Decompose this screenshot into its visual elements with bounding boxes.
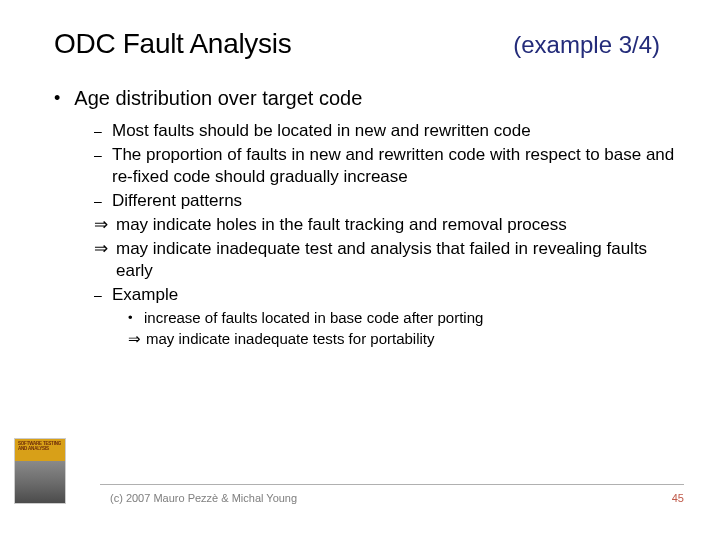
dash-icon: – [94,190,112,212]
sub-list-level-3: • increase of faults located in base cod… [128,308,680,349]
book-cover-thumbnail: SOFTWARE TESTING AND ANALYSIS [14,438,66,504]
bullet-text: may indicate holes in the fault tracking… [116,214,567,236]
implication-item: ⇒ may indicate holes in the fault tracki… [94,214,680,236]
bullet-level-2: – Most faults should be located in new a… [94,120,680,142]
bullet-text: may indicate inadequate test and analysi… [116,238,680,282]
bullet-text: Age distribution over target code [74,86,362,110]
slide: ODC Fault Analysis (example 3/4) • Age d… [0,0,720,540]
implication-item: ⇒ may indicate inadequate tests for port… [128,329,680,349]
dash-icon: – [94,120,112,142]
bullet-text: may indicate inadequate tests for portab… [146,329,435,349]
copyright-text: (c) 2007 Mauro Pezzè & Michal Young [110,492,297,504]
footer: SOFTWARE TESTING AND ANALYSIS (c) 2007 M… [0,458,720,518]
bullet-level-2: – Different patterns [94,190,680,212]
book-cover-label: SOFTWARE TESTING AND ANALYSIS [18,441,65,451]
bullet-text: The proportion of faults in new and rewr… [112,144,680,188]
implies-icon: ⇒ [128,329,146,349]
bullet-text: Most faults should be located in new and… [112,120,531,142]
dash-icon: – [94,144,112,166]
implication-item: ⇒ may indicate inadequate test and analy… [94,238,680,282]
dash-icon: – [94,284,112,306]
bullet-level-2: – Example [94,284,680,306]
slide-subtitle: (example 3/4) [513,31,660,59]
implies-icon: ⇒ [94,214,116,236]
slide-title: ODC Fault Analysis [54,28,291,60]
bullet-level-2: – The proportion of faults in new and re… [94,144,680,188]
footer-divider [100,484,684,485]
page-number: 45 [672,492,684,504]
title-row: ODC Fault Analysis (example 3/4) [54,28,680,60]
bullet-dot-icon: • [54,86,60,110]
sub-list: – Most faults should be located in new a… [94,120,680,349]
bullet-level-3: • increase of faults located in base cod… [128,308,680,328]
bullet-dot-icon: • [128,308,144,328]
bullet-text: increase of faults located in base code … [144,308,483,328]
bullet-text: Different patterns [112,190,242,212]
bullet-level-1: • Age distribution over target code [54,86,680,110]
implies-icon: ⇒ [94,238,116,260]
bullet-text: Example [112,284,178,306]
